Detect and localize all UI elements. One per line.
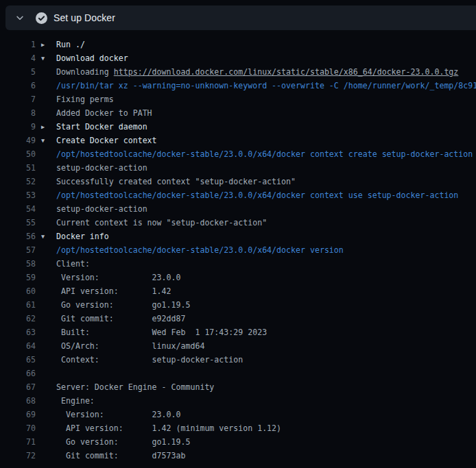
log-line: 63 Built: Wed Feb 1 17:43:29 2023 xyxy=(0,325,476,339)
log-line: 59 Version: 23.0.0 xyxy=(0,271,476,284)
log-line: 71 Go version: go1.19.5 xyxy=(0,435,476,449)
group-title: Start Docker daemon xyxy=(56,120,147,134)
log-group-line[interactable]: 1▶Run ./ xyxy=(0,38,476,51)
gutter-spacer xyxy=(36,325,56,339)
log-text: Go version: go1.19.5 xyxy=(56,435,190,449)
log-line: 51setup-docker-action xyxy=(0,161,476,175)
log-line-number[interactable]: 70 xyxy=(0,421,36,435)
gutter-spacer xyxy=(36,243,56,257)
gutter-spacer xyxy=(36,367,56,380)
log-line: 54setup-docker-action xyxy=(0,202,476,216)
gutter-spacer xyxy=(36,353,56,367)
log-line-number[interactable]: 69 xyxy=(0,408,36,421)
log-line: 7Fixing perms xyxy=(0,93,476,106)
log-line: 62 Git commit: e92dd87 xyxy=(0,312,476,325)
log-line-number[interactable]: 8 xyxy=(0,106,36,120)
log-line-number[interactable]: 49 xyxy=(0,134,36,147)
log-group-line[interactable]: 4▼Download docker xyxy=(0,51,476,65)
log-line-number[interactable]: 51 xyxy=(0,161,36,175)
log-line: 53/opt/hostedtoolcache/docker-stable/23.… xyxy=(0,188,476,202)
log-line-number[interactable]: 68 xyxy=(0,394,36,408)
gutter-spacer xyxy=(36,312,56,325)
step-header[interactable]: Set up Docker xyxy=(5,5,476,30)
group-collapsed-icon: ▶ xyxy=(36,38,56,51)
gutter-spacer xyxy=(36,435,56,449)
gutter-spacer xyxy=(36,216,56,230)
log-line-number[interactable]: 54 xyxy=(0,202,36,216)
log-line: 68 Engine: xyxy=(0,394,476,408)
log-line-number[interactable]: 56 xyxy=(0,230,36,243)
group-title: Run ./ xyxy=(56,38,85,51)
log-text: Current context is now "setup-docker-act… xyxy=(56,216,267,230)
log-line: 66 xyxy=(0,367,476,380)
log-text: setup-docker-action xyxy=(56,202,147,216)
group-expanded-icon: ▼ xyxy=(36,134,56,147)
log-group-line[interactable]: 49▼Create Docker context xyxy=(0,134,476,147)
log-text: API version: 1.42 xyxy=(56,284,171,298)
group-expanded-icon: ▼ xyxy=(36,51,56,65)
chevron-down-icon xyxy=(14,12,26,24)
log-line-number[interactable]: 4 xyxy=(0,51,36,65)
log-text: /usr/bin/tar xz --warning=no-unknown-key… xyxy=(56,79,476,93)
gutter-spacer xyxy=(36,257,56,271)
log-line-number[interactable]: 64 xyxy=(0,339,36,353)
log-line-number[interactable]: 61 xyxy=(0,298,36,312)
log-line-number[interactable]: 59 xyxy=(0,271,36,284)
log-line-number[interactable]: 55 xyxy=(0,216,36,230)
log-line: 72 Git commit: d7573ab xyxy=(0,449,476,463)
log-line: 67Server: Docker Engine - Community xyxy=(0,380,476,394)
log-text: Go version: go1.19.5 xyxy=(56,298,190,312)
log-line-number[interactable]: 9 xyxy=(0,120,36,134)
log-line-number[interactable]: 57 xyxy=(0,243,36,257)
log-text: Downloading xyxy=(56,65,114,79)
gutter-spacer xyxy=(36,339,56,353)
log-line-number[interactable]: 65 xyxy=(0,353,36,367)
log-line-number[interactable]: 1 xyxy=(0,38,36,51)
log-line-number[interactable]: 52 xyxy=(0,175,36,188)
log-group-line[interactable]: 9▶Start Docker daemon xyxy=(0,120,476,134)
log-text: setup-docker-action xyxy=(56,161,147,175)
gutter-spacer xyxy=(36,271,56,284)
gutter-spacer xyxy=(36,380,56,394)
actions-log-page: Set up Docker 1▶Run ./4▼Download docker5… xyxy=(0,0,476,468)
log-line-number[interactable]: 6 xyxy=(0,79,36,93)
log-line-number[interactable]: 66 xyxy=(0,367,36,380)
log-group-line[interactable]: 56▼Docker info xyxy=(0,230,476,243)
log-text: Server: Docker Engine - Community xyxy=(56,380,214,394)
log-line-number[interactable]: 50 xyxy=(0,147,36,161)
log-line-number[interactable]: 72 xyxy=(0,449,36,463)
log-line-number[interactable]: 71 xyxy=(0,435,36,449)
log-line: 69 Version: 23.0.0 xyxy=(0,408,476,421)
log-line-number[interactable]: 67 xyxy=(0,380,36,394)
log-text: Git commit: d7573ab xyxy=(56,449,185,463)
log-line: 70 API version: 1.42 (minimum version 1.… xyxy=(0,421,476,435)
group-title: Create Docker context xyxy=(56,134,157,147)
gutter-spacer xyxy=(36,188,56,202)
log-line-number[interactable]: 62 xyxy=(0,312,36,325)
gutter-spacer xyxy=(36,202,56,216)
log-line: 65 Context: setup-docker-action xyxy=(0,353,476,367)
log-line: 55Current context is now "setup-docker-a… xyxy=(0,216,476,230)
log-line-number[interactable]: 5 xyxy=(0,65,36,79)
gutter-spacer xyxy=(36,449,56,463)
log-text: /opt/hostedtoolcache/docker-stable/23.0.… xyxy=(56,188,458,202)
log-text: Client: xyxy=(56,257,90,271)
log-link[interactable]: https://download.docker.com/linux/static… xyxy=(114,65,459,79)
gutter-spacer xyxy=(36,93,56,106)
log-line: 57/opt/hostedtoolcache/docker-stable/23.… xyxy=(0,243,476,257)
log-text: Version: 23.0.0 xyxy=(56,408,180,421)
log-line-number[interactable]: 7 xyxy=(0,93,36,106)
log-text: /opt/hostedtoolcache/docker-stable/23.0.… xyxy=(56,243,344,257)
log-line: 52Successfully created context "setup-do… xyxy=(0,175,476,188)
group-title: Download docker xyxy=(56,51,128,65)
log-text: Successfully created context "setup-dock… xyxy=(56,175,296,188)
gutter-spacer xyxy=(36,65,56,79)
log-line-number[interactable]: 63 xyxy=(0,325,36,339)
log-text: Version: 23.0.0 xyxy=(56,271,180,284)
log-line-number[interactable]: 53 xyxy=(0,188,36,202)
log-line-number[interactable]: 58 xyxy=(0,257,36,271)
gutter-spacer xyxy=(36,284,56,298)
log-line-number[interactable]: 60 xyxy=(0,284,36,298)
gutter-spacer xyxy=(36,79,56,93)
log-line: 5Downloading https://download.docker.com… xyxy=(0,65,476,79)
